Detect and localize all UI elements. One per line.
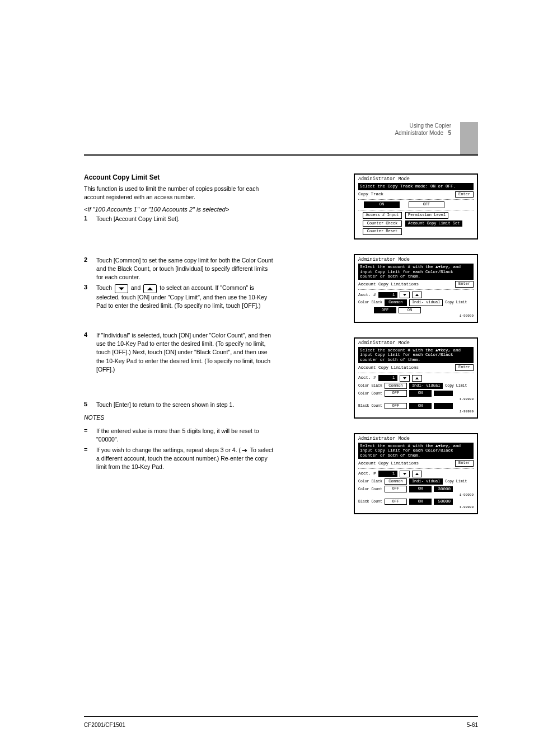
- panel3-acct-value: 1: [378, 375, 397, 381]
- body-column: Account Copy Limit Set This function is …: [84, 173, 274, 711]
- panel4-black-range: 1-99999: [358, 506, 474, 510]
- panel2-enter-button[interactable]: Enter: [455, 281, 474, 288]
- panel1-limit-set-button[interactable]: Account Copy Limit Set: [405, 220, 462, 227]
- down-arrow-icon: [115, 284, 128, 293]
- panel-copy-track: Administrator Mode Select the Copy Track…: [354, 173, 478, 240]
- panel4-common-button[interactable]: Common: [385, 478, 407, 485]
- panel-limit-individual-filled: Administrator Mode Select the account # …: [354, 433, 478, 514]
- panel3-black-on-button[interactable]: ON: [409, 403, 432, 410]
- panel3-header: Account Copy Limitations: [358, 365, 419, 370]
- panel4-down-button[interactable]: [400, 471, 410, 477]
- panel1-copy-track-label: Copy Track: [358, 192, 383, 196]
- note-bullet-2: If you wish to change the settings, repe…: [96, 446, 274, 472]
- step-number-5: 5: [84, 401, 92, 407]
- panel4-color-off-button[interactable]: OFF: [385, 486, 407, 492]
- panel3-enter-button[interactable]: Enter: [455, 364, 474, 371]
- panel4-black-value[interactable]: 50000: [434, 499, 453, 504]
- step-3-mid: and: [131, 284, 142, 291]
- panel3-bar: Select the account # with the ▲▼key, and…: [358, 347, 474, 363]
- panel1-title: Administrator Mode: [358, 177, 474, 182]
- panel3-color-off-button[interactable]: OFF: [385, 390, 407, 397]
- step-3-pre: Touch: [96, 284, 114, 291]
- panel3-color-range: 1-99999: [358, 398, 474, 402]
- note-2-pre: If you wish to change the settings, repe…: [96, 447, 241, 453]
- screenshots-column: Administrator Mode Select the Copy Track…: [310, 173, 478, 529]
- panel4-black-off-button[interactable]: OFF: [385, 499, 407, 505]
- panel-limit-individual-blank: Administrator Mode Select the account # …: [354, 337, 478, 419]
- section-number: 5: [448, 130, 451, 136]
- panel2-bar: Select the account # with the ▲▼key, and…: [358, 264, 474, 280]
- panel1-access-input-button[interactable]: Access # Input: [363, 212, 402, 219]
- panel3-color-value[interactable]: [434, 391, 453, 396]
- footer-page-number: 5-61: [467, 722, 478, 728]
- step-number-1: 1: [84, 215, 92, 222]
- panel4-color-range: 1-99999: [358, 494, 474, 497]
- panel1-counter-check-button[interactable]: Counter Check: [363, 220, 402, 227]
- panel4-color-count-label: Color Count: [358, 487, 382, 491]
- panel4-color-value[interactable]: 30000: [434, 486, 453, 492]
- panel2-off-button[interactable]: OFF: [374, 307, 396, 314]
- panel4-copy-limit-label: Copy Limit: [445, 480, 467, 483]
- lead-paragraph: This function is used to limit the numbe…: [84, 185, 274, 201]
- footer-rule: [84, 716, 478, 717]
- step-3-text: Touch and to select an account. If "Comm…: [96, 284, 274, 310]
- panel3-black-count-label: Black Count: [358, 404, 382, 408]
- running-header-bottom: Administrator Mode: [395, 130, 443, 136]
- panel3-colorblack-label: Color Black: [358, 384, 382, 388]
- panel2-down-button[interactable]: [400, 292, 410, 298]
- panel2-on-button[interactable]: ON: [399, 307, 421, 314]
- note-bullet-1: If the entered value is more than 5 digi…: [96, 427, 274, 444]
- panel2-copy-limit-label: Copy Limit: [445, 300, 467, 304]
- step-2-text: Touch [Common] to set the same copy limi…: [96, 256, 274, 282]
- panel2-up-button[interactable]: [412, 292, 422, 298]
- step-4-text: If "Individual" is selected, touch [ON] …: [96, 331, 274, 374]
- panel1-on-button[interactable]: ON: [364, 201, 400, 208]
- panel4-up-button[interactable]: [412, 471, 422, 477]
- panel3-acct-label: Acct. #: [358, 375, 376, 380]
- step-number-3: 3: [84, 284, 92, 290]
- note-bullet-1-mark: =: [84, 427, 92, 434]
- panel3-up-button[interactable]: [412, 375, 422, 382]
- panel2-individual-button[interactable]: Indi- vidual: [409, 299, 443, 306]
- panel3-black-value[interactable]: [434, 403, 453, 408]
- panel3-black-range: 1-99999: [358, 410, 474, 414]
- heading-account-copy-limit: Account Copy Limit Set: [84, 173, 274, 181]
- running-header: Using the Copier Administrator Mode 5: [395, 122, 451, 137]
- arrow-right-icon: ➔: [242, 447, 247, 454]
- panel-limit-common-off: Administrator Mode Select the account # …: [354, 254, 478, 323]
- panel1-counter-reset-button[interactable]: Counter Reset: [363, 228, 402, 235]
- panel2-acct-label: Acct. #: [358, 293, 376, 297]
- step-5-text: Touch [Enter] to return to the screen sh…: [96, 401, 274, 409]
- section-tab: [460, 122, 478, 156]
- panel2-range: 1-99999: [358, 314, 474, 318]
- panel4-enter-button[interactable]: Enter: [455, 460, 474, 467]
- panel2-header: Account Copy Limitations: [358, 282, 419, 287]
- panel1-enter-button[interactable]: Enter: [455, 191, 474, 198]
- panel2-colorblack-label: Color Black: [358, 300, 382, 304]
- subheading-if-100: <If "100 Accounts 1" or "100 Accounts 2"…: [84, 206, 274, 213]
- panel3-common-button[interactable]: Common: [385, 383, 407, 389]
- panel4-acct-value: 1: [378, 471, 397, 476]
- panel1-permission-button[interactable]: Permission Level: [405, 212, 448, 219]
- panel4-header: Account Copy Limitations: [358, 461, 419, 466]
- step-number-4: 4: [84, 331, 92, 338]
- panel4-colorblack-label: Color Black: [358, 480, 382, 483]
- panel4-individual-button[interactable]: Indi- vidual: [409, 478, 443, 485]
- panel3-individual-button[interactable]: Indi- vidual: [409, 383, 443, 389]
- panel3-black-off-button[interactable]: OFF: [385, 403, 407, 410]
- panel3-color-on-button[interactable]: ON: [409, 390, 432, 397]
- panel4-bar: Select the account # with the ▲▼key, and…: [358, 443, 474, 459]
- panel2-title: Administrator Mode: [358, 257, 474, 262]
- panel1-off-button[interactable]: OFF: [409, 201, 444, 208]
- panel1-bar: Select the Copy Track mode: ON or OFF.: [358, 183, 474, 190]
- panel2-common-button[interactable]: Common: [385, 299, 407, 306]
- panel4-title: Administrator Mode: [358, 436, 474, 442]
- panel4-black-on-button[interactable]: ON: [409, 499, 432, 505]
- header-rule: [84, 154, 478, 156]
- panel3-down-button[interactable]: [400, 375, 410, 382]
- step-number-2: 2: [84, 256, 92, 263]
- up-arrow-icon: [143, 284, 157, 293]
- panel4-color-on-button[interactable]: ON: [409, 486, 432, 492]
- panel3-title: Administrator Mode: [358, 341, 474, 346]
- panel2-acct-value: 1: [378, 292, 397, 298]
